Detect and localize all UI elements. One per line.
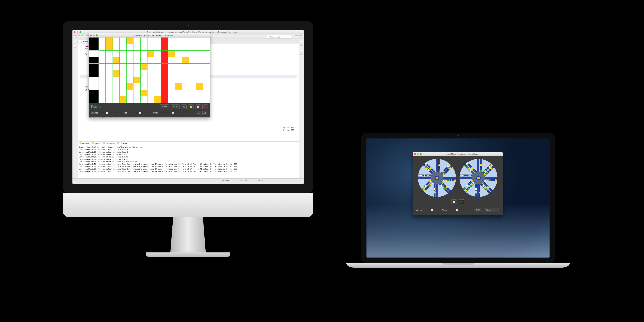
grid-cell[interactable]	[120, 50, 126, 57]
piano-key[interactable]	[89, 96, 99, 103]
grid-cell[interactable]	[182, 96, 189, 103]
disc-cell[interactable]	[427, 174, 429, 176]
sequencer-window[interactable]: Conventional Music Sequencer - Crazy Bea…	[88, 33, 210, 118]
grid-cell[interactable]	[168, 57, 175, 64]
disc-cell[interactable]	[480, 164, 482, 165]
grid-cell[interactable]	[120, 44, 126, 51]
grid-cell[interactable]	[148, 70, 154, 77]
grid-cell[interactable]	[175, 38, 182, 44]
disc-cell[interactable]	[434, 195, 436, 197]
piano-key[interactable]	[89, 77, 99, 84]
grid-cell[interactable]	[189, 50, 196, 57]
piano-key[interactable]	[89, 90, 99, 96]
console-tab-javadoc[interactable]: Javadoc	[92, 142, 101, 144]
grid-cell[interactable]	[161, 83, 168, 90]
grid-cell[interactable]	[196, 44, 203, 51]
disc-cell[interactable]	[491, 179, 493, 181]
grid-cell[interactable]	[99, 50, 106, 57]
grid-cell[interactable]	[189, 90, 196, 96]
grid-cell[interactable]	[106, 64, 112, 70]
grid-cell[interactable]	[99, 70, 106, 77]
grid-cell[interactable]	[168, 96, 175, 103]
grid-cell[interactable]	[148, 57, 154, 64]
disc-cell[interactable]	[438, 159, 440, 161]
grid-cell[interactable]	[175, 64, 182, 70]
grid-cell[interactable]	[189, 70, 196, 77]
grid-cell[interactable]	[99, 44, 106, 51]
grid-cell[interactable]	[154, 83, 161, 90]
grid-cell[interactable]	[203, 96, 210, 103]
disc-cell[interactable]	[450, 179, 452, 181]
grid-cell[interactable]	[161, 90, 168, 96]
close-icon[interactable]	[414, 153, 416, 155]
grid-cell[interactable]	[134, 96, 140, 103]
grid-cell[interactable]	[148, 50, 154, 57]
grid-cell[interactable]	[203, 50, 210, 57]
grid-cell[interactable]	[203, 38, 210, 44]
play-button[interactable]	[459, 200, 464, 204]
grid-cell[interactable]	[120, 77, 126, 84]
stop-button[interactable]	[451, 200, 457, 204]
console-output[interactable]: Frame [Java Application] /Library/Java/J…	[78, 146, 299, 178]
grid-cell[interactable]	[175, 44, 182, 51]
grid-cell[interactable]	[168, 77, 175, 84]
console-tab-problems[interactable]: Problems	[80, 142, 90, 144]
zoom-icon[interactable]	[96, 34, 98, 36]
disc-cell[interactable]	[475, 190, 477, 192]
disc-right[interactable]	[460, 159, 498, 197]
view-icon[interactable]	[300, 46, 303, 48]
grid-cell[interactable]	[203, 77, 210, 84]
grid-cell[interactable]	[154, 38, 161, 44]
disc-cell[interactable]	[480, 159, 482, 161]
grid-cell[interactable]	[126, 77, 134, 84]
disc-cell[interactable]	[486, 179, 488, 181]
grid-cell[interactable]	[113, 50, 120, 57]
grid-cell[interactable]	[99, 57, 106, 64]
grid-cell[interactable]	[196, 38, 203, 44]
piano-key[interactable]	[89, 44, 99, 51]
grid-cell[interactable]	[140, 50, 148, 57]
grid-cell[interactable]	[126, 64, 134, 70]
grid-cell[interactable]	[113, 90, 120, 96]
grid-cell[interactable]	[113, 38, 120, 44]
java-perspective-icon[interactable]	[299, 36, 302, 38]
grid-cell[interactable]	[134, 90, 140, 96]
disc-cell[interactable]	[480, 161, 482, 163]
ce-button[interactable]: CE	[202, 110, 208, 115]
disc-cell[interactable]	[480, 168, 482, 170]
toolbar-icon[interactable]	[74, 36, 77, 38]
grid-cell[interactable]	[161, 57, 168, 64]
sequencer-titlebar[interactable]: Conventional Music Sequencer - Crazy Bea…	[89, 33, 210, 38]
disc-cell[interactable]	[434, 193, 436, 195]
disc-cell[interactable]	[445, 179, 447, 181]
disc-cell[interactable]	[438, 164, 440, 165]
grid-cell[interactable]	[154, 96, 161, 103]
grid-cell[interactable]	[161, 96, 168, 103]
grid-cell[interactable]	[106, 77, 112, 84]
disc-cell[interactable]	[460, 174, 462, 176]
grid-cell[interactable]	[189, 77, 196, 84]
disc-cell[interactable]	[468, 174, 470, 176]
close-icon[interactable]	[90, 34, 92, 36]
grid-cell[interactable]	[175, 96, 182, 103]
grid-cell[interactable]	[154, 64, 161, 70]
grid-cell[interactable]	[99, 64, 106, 70]
disc-cell[interactable]	[438, 166, 440, 168]
grid-cell[interactable]	[99, 77, 106, 84]
conventional-button[interactable]: Conventio…	[484, 208, 500, 212]
grid-cell[interactable]	[106, 90, 112, 96]
disc-cell[interactable]	[466, 174, 468, 176]
pause-button[interactable]	[195, 104, 201, 109]
sequencer-grid[interactable]	[89, 38, 210, 103]
open-perspective-icon[interactable]	[295, 36, 298, 38]
piano-key[interactable]	[89, 38, 99, 44]
grid-cell[interactable]	[120, 96, 126, 103]
disc-cell[interactable]	[447, 179, 449, 181]
grid-cell[interactable]	[99, 38, 106, 44]
grid-cell[interactable]	[140, 90, 148, 96]
grid-cell[interactable]	[168, 38, 175, 44]
grid-cell[interactable]	[134, 57, 140, 64]
grid-cell[interactable]	[154, 77, 161, 84]
minimize-icon[interactable]	[93, 34, 95, 36]
grid-cell[interactable]	[175, 83, 182, 90]
